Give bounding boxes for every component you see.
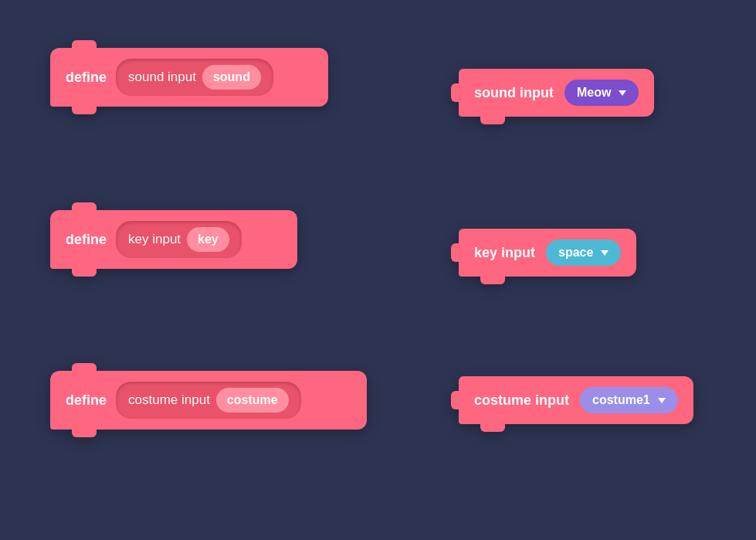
define-label-key: define [66,232,107,248]
reporter-sound-label: sound input [474,85,554,101]
reporter-costume-label: costume input [474,392,569,409]
costume-value-pill: costume [216,388,289,413]
define-sound-block[interactable]: define sound input sound [50,48,328,107]
sound-value-pill: sound [202,65,261,90]
sound-param-label: sound input [128,70,196,85]
sound-dropdown-arrow [619,90,626,96]
key-param-label: key input [128,232,181,247]
costume-dropdown-arrow [658,398,666,403]
key-value-pill: key [187,227,229,252]
reporter-sound-block[interactable]: sound input Meow [459,69,654,117]
key-dropdown[interactable]: space [546,239,621,266]
costume-param-pill: costume input costume [116,382,301,419]
define-costume-block[interactable]: define costume input costume [50,371,367,430]
key-dropdown-value: space [558,246,593,260]
reporter-costume-block[interactable]: costume input costume1 [459,376,693,424]
reporter-key-block[interactable]: key input space [459,229,636,277]
costume-param-label: costume input [128,392,210,408]
define-key-block[interactable]: define key input key [50,210,297,269]
key-dropdown-arrow [601,250,609,256]
sound-dropdown-value: Meow [577,86,611,100]
sound-param-pill: sound input sound [116,59,273,96]
reporter-key-label: key input [474,245,535,261]
define-label-costume: define [66,392,107,409]
sound-dropdown[interactable]: Meow [564,80,639,106]
costume-dropdown-value: costume1 [592,393,650,407]
key-param-pill: key input key [116,221,242,258]
define-label: define [66,70,107,86]
costume-dropdown[interactable]: costume1 [580,387,678,413]
